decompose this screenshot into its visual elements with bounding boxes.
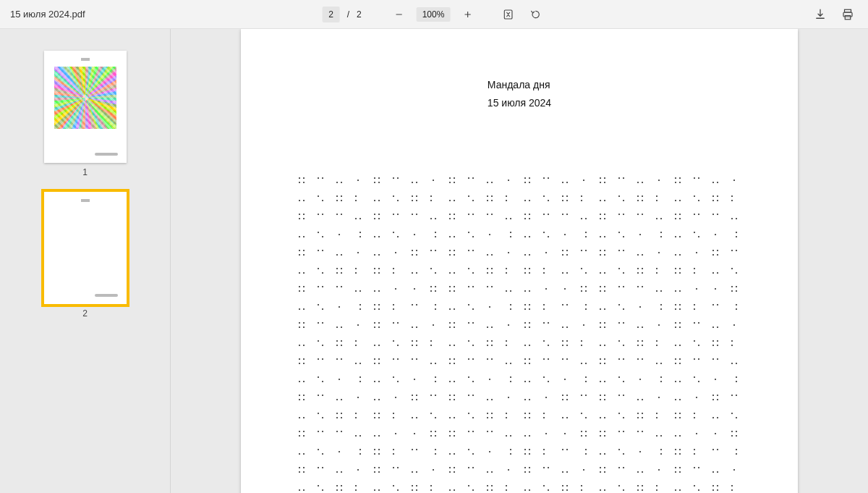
minus-icon [394,9,404,20]
page-title-line-1: Мандала дня [488,76,551,94]
thumb-footer-bar [95,294,118,297]
thumb-header-bars [81,199,90,202]
zoom-level[interactable]: 100% [417,7,451,22]
thumbnail-page-1[interactable] [44,51,127,163]
fit-page-icon [502,9,514,20]
svg-rect-3 [845,15,851,19]
print-icon [841,8,854,21]
page-separator: / [347,9,349,20]
svg-rect-0 [504,10,512,19]
thumbnail-page-2[interactable] [44,192,127,304]
zoom-out-button[interactable] [389,4,409,25]
page-title-line-2: 15 июля 2024 [488,94,551,112]
thumbnail-sidebar[interactable]: 1 2 [0,29,171,493]
plus-icon [462,9,472,20]
download-button[interactable] [810,4,830,25]
zoom-in-button[interactable] [457,4,477,25]
mandala-colored-preview [54,67,116,129]
download-icon [814,8,827,21]
pdf-page: Мандала дня 15 июля 2024 [241,29,798,493]
pdf-toolbar: 15 июля 2024.pdf 2 / 2 100% [0,0,868,29]
page-number-input[interactable]: 2 [323,7,340,22]
pdf-viewport[interactable]: Мандала дня 15 июля 2024 [171,29,868,493]
thumb-header-bars [81,58,90,61]
rotate-icon [529,9,541,20]
mandala-dot-grid [299,177,740,493]
thumb-footer-bar [95,153,118,156]
page-title-block: Мандала дня 15 июля 2024 [488,76,551,112]
print-button[interactable] [838,4,858,25]
page-total: 2 [357,9,362,20]
thumbnail-label: 2 [82,308,88,319]
thumbnail-label: 1 [82,167,88,177]
thumbnail-item[interactable]: 2 [44,192,127,319]
fit-page-button[interactable] [498,4,518,25]
thumbnail-item[interactable]: 1 [44,51,127,177]
document-filename: 15 июля 2024.pdf [10,9,85,20]
mandala-outline-preview [53,212,118,269]
rotate-button[interactable] [525,4,545,25]
